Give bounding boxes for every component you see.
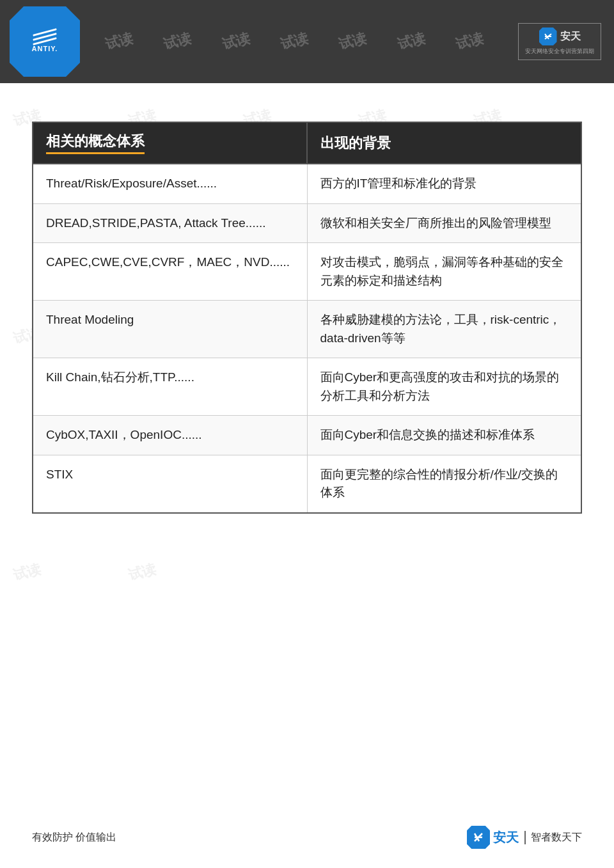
table-cell-col1-6: STIX [33, 455, 307, 513]
header-watermark-1: 试读 [103, 29, 135, 54]
col1-header: 相关的概念体系 [33, 122, 307, 164]
table-cell-col2-0: 西方的IT管理和标准化的背景 [307, 164, 581, 203]
logo-lines [33, 31, 57, 42]
table-row: STIX面向更完整的综合性的情报分析/作业/交换的体系 [33, 455, 581, 513]
bwm-19: 试读 [11, 560, 43, 585]
antiy-logo: ANTIY. [10, 6, 80, 77]
table-header-row: 相关的概念体系 出现的背景 [33, 122, 581, 164]
table-cell-col1-2: CAPEC,CWE,CVE,CVRF，MAEC，NVD...... [33, 243, 307, 301]
header-watermark-6: 试读 [395, 29, 427, 54]
brand-logo-small [539, 28, 557, 45]
footer-slogan-left: 有效防护 价值输出 [32, 831, 116, 844]
brand-name: 安天 [560, 30, 581, 43]
table-cell-col2-4: 面向Cyber和更高强度的攻击和对抗的场景的分析工具和分析方法 [307, 358, 581, 416]
table-cell-col1-4: Kill Chain,钻石分析,TTP...... [33, 358, 307, 416]
brand-sub-text: 安天网络安全专训营第四期 [525, 47, 594, 56]
col1-header-text: 相关的概念体系 [46, 132, 145, 154]
table-cell-col2-2: 对攻击模式，脆弱点，漏洞等各种基础的安全元素的标定和描述结构 [307, 243, 581, 301]
footer-brand-slogan: 智者数天下 [524, 831, 582, 844]
table-cell-col1-0: Threat/Risk/Exposure/Asset...... [33, 164, 307, 203]
table-cell-col1-5: CybOX,TAXII，OpenIOC...... [33, 416, 307, 455]
main-content: 相关的概念体系 出现的背景 Threat/Risk/Exposure/Asset… [0, 83, 614, 539]
table-row: DREAD,STRIDE,PASTA, Attack Tree......微软和… [33, 203, 581, 243]
table-cell-col2-1: 微软和相关安全厂商所推出的风险管理模型 [307, 203, 581, 243]
brand-main: 安天 [539, 28, 581, 45]
table-cell-col2-3: 各种威胁建模的方法论，工具，risk-centric，data-driven等等 [307, 301, 581, 358]
header-brand-box: 安天 安天网络安全专训营第四期 [512, 6, 608, 77]
col2-header: 出现的背景 [307, 122, 581, 164]
table-cell-col1-3: Threat Modeling [33, 301, 307, 358]
header-watermark-4: 试读 [278, 29, 310, 54]
header-watermark-5: 试读 [336, 29, 368, 54]
table-row: Kill Chain,钻石分析,TTP......面向Cyber和更高强度的攻击… [33, 358, 581, 416]
footer-logo-icon [467, 826, 490, 849]
col2-header-text: 出现的背景 [320, 135, 391, 151]
page-header: ANTIY. 试读 试读 试读 试读 试读 试读 试读 安天 安天网络安全专训营… [0, 0, 614, 83]
table-cell-col2-5: 面向Cyber和信息交换的描述和标准体系 [307, 416, 581, 455]
header-watermark-3: 试读 [219, 29, 251, 54]
page-footer: 有效防护 价值输出 安天 智者数天下 [0, 826, 614, 849]
table-row: CybOX,TAXII，OpenIOC......面向Cyber和信息交换的描述… [33, 416, 581, 455]
logo-label: ANTIY. [32, 45, 58, 52]
header-watermark-2: 试读 [161, 29, 193, 54]
table-cell-col1-1: DREAD,STRIDE,PASTA, Attack Tree...... [33, 203, 307, 243]
main-table: 相关的概念体系 出现的背景 Threat/Risk/Exposure/Asset… [32, 122, 582, 514]
footer-brand-name: 安天 [493, 829, 519, 846]
header-watermark-7: 试读 [453, 29, 485, 54]
table-row: Threat Modeling各种威胁建模的方法论，工具，risk-centri… [33, 301, 581, 358]
table-row: Threat/Risk/Exposure/Asset......西方的IT管理和… [33, 164, 581, 203]
bwm-20: 试读 [126, 560, 158, 585]
footer-logo: 安天 智者数天下 [467, 826, 582, 849]
table-cell-col2-6: 面向更完整的综合性的情报分析/作业/交换的体系 [307, 455, 581, 513]
brand-box: 安天 安天网络安全专训营第四期 [518, 23, 601, 60]
table-row: CAPEC,CWE,CVE,CVRF，MAEC，NVD......对攻击模式，脆… [33, 243, 581, 301]
